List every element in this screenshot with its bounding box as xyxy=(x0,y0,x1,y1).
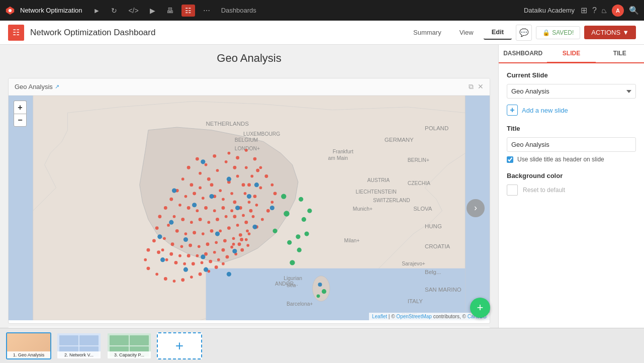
add-tile-button[interactable]: + xyxy=(470,298,490,318)
svg-text:Milan+: Milan+ xyxy=(344,238,360,243)
svg-point-55 xyxy=(233,201,236,204)
svg-point-49 xyxy=(175,189,179,193)
slide-thumb-network[interactable]: 2. Network V... xyxy=(56,332,102,359)
more-icon[interactable]: ⋯ xyxy=(200,5,213,17)
play-icon[interactable]: ▶ xyxy=(147,5,158,17)
svg-point-115 xyxy=(204,252,208,256)
dashboard-icon[interactable]: ☷ xyxy=(181,5,195,17)
svg-point-75 xyxy=(181,218,185,221)
svg-point-118 xyxy=(230,246,233,249)
svg-text:Barcelona+: Barcelona+ xyxy=(287,301,313,307)
nav-summary[interactable]: Summary xyxy=(405,26,449,39)
svg-point-1 xyxy=(9,9,12,12)
reset-default-label[interactable]: Reset to default xyxy=(523,187,565,194)
svg-point-38 xyxy=(225,160,228,163)
comment-button[interactable]: 💬 xyxy=(516,25,532,41)
svg-point-112 xyxy=(178,254,181,257)
add-slide-label[interactable]: Add a new slide xyxy=(522,107,568,114)
tile-delete-icon[interactable]: ✕ xyxy=(478,82,484,91)
osm-link[interactable]: OpenStreetMap xyxy=(396,314,432,319)
svg-point-162 xyxy=(192,203,197,207)
nav-view[interactable]: View xyxy=(451,26,482,39)
svg-point-91 xyxy=(210,229,214,233)
svg-point-69 xyxy=(239,206,242,210)
saved-button[interactable]: 🔒 SAVED! xyxy=(536,26,580,39)
svg-point-151 xyxy=(155,273,158,276)
svg-point-42 xyxy=(199,187,202,190)
analytics-icon[interactable]: ⏢ xyxy=(602,6,607,15)
actions-button[interactable]: ACTIONS ▼ xyxy=(584,26,636,39)
svg-point-103 xyxy=(206,242,210,246)
slide-thumb-geo[interactable]: 1. Geo Analysis xyxy=(6,332,51,359)
network-cell-2 xyxy=(79,335,99,345)
svg-point-182 xyxy=(272,229,277,233)
code-icon[interactable]: </> xyxy=(125,5,141,17)
share-icon[interactable]: ► xyxy=(90,5,104,17)
search-icon[interactable]: 🔍 xyxy=(629,6,639,15)
secondary-header: ☷ Network Optimization Dashboard Summary… xyxy=(0,21,644,45)
svg-point-170 xyxy=(232,249,237,253)
slide-title: Geo Analysis xyxy=(0,45,498,72)
tab-tile[interactable]: TILE xyxy=(596,45,644,63)
svg-point-159 xyxy=(222,262,225,265)
svg-text:Munich+: Munich+ xyxy=(353,206,373,212)
svg-point-70 xyxy=(248,201,251,204)
help-icon[interactable]: ? xyxy=(592,6,597,15)
svg-point-127 xyxy=(209,260,212,263)
apps-icon[interactable]: ⊞ xyxy=(581,6,587,15)
tile-copy-icon[interactable]: ⧉ xyxy=(469,82,474,91)
svg-point-160 xyxy=(201,159,205,164)
avatar[interactable]: A xyxy=(612,5,624,17)
use-title-checkbox[interactable] xyxy=(507,156,513,163)
svg-point-57 xyxy=(247,183,251,187)
leaflet-link[interactable]: Leaflet xyxy=(372,314,387,319)
svg-point-183 xyxy=(296,234,300,239)
refresh-icon[interactable]: ↻ xyxy=(108,5,120,17)
slide-select-wrapper: Geo Analysis xyxy=(507,84,636,99)
slide-title-input[interactable] xyxy=(507,137,636,152)
svg-point-139 xyxy=(270,184,273,187)
tab-dashboard[interactable]: DASHBOARD xyxy=(499,45,547,63)
svg-point-117 xyxy=(221,248,225,252)
svg-text:LONDON+: LONDON+ xyxy=(235,146,260,151)
svg-text:Sea: Sea xyxy=(287,283,296,288)
svg-point-93 xyxy=(227,226,231,230)
dataiku-academy-label: Dataiku Academy xyxy=(524,7,575,14)
svg-point-147 xyxy=(232,243,235,246)
dashboards-label[interactable]: Dashboards xyxy=(218,5,259,16)
svg-point-41 xyxy=(190,183,193,187)
map-svg: GERMANY BERLIN+ POLAND CZECHIA NETHERLAN… xyxy=(9,96,490,320)
slide-thumb-capacity[interactable]: 3. Capacity P... xyxy=(107,332,152,359)
next-slide-arrow[interactable]: › xyxy=(467,199,485,217)
svg-point-146 xyxy=(240,238,243,241)
svg-point-133 xyxy=(228,152,231,155)
svg-point-79 xyxy=(216,218,219,221)
svg-point-135 xyxy=(245,149,248,152)
svg-point-120 xyxy=(245,238,248,241)
svg-point-81 xyxy=(233,215,236,218)
svg-point-180 xyxy=(318,283,322,287)
print-icon[interactable]: 🖶 xyxy=(163,5,176,17)
zoom-in-button[interactable]: + xyxy=(14,101,27,114)
slide-select[interactable]: Geo Analysis xyxy=(507,84,636,99)
tab-slide[interactable]: SLIDE xyxy=(547,45,595,63)
svg-point-84 xyxy=(255,204,258,207)
add-slide-button[interactable]: + xyxy=(507,105,518,116)
chevron-down-icon: ▼ xyxy=(622,29,629,36)
slide-thumb-network-label: 2. Network V... xyxy=(57,351,101,358)
add-slide-thumb[interactable]: + xyxy=(157,332,202,359)
svg-point-140 xyxy=(273,192,277,195)
svg-text:Sarajevo+: Sarajevo+ xyxy=(402,261,425,266)
svg-point-155 xyxy=(190,276,193,279)
svg-point-54 xyxy=(222,198,225,201)
lock-icon: 🔒 xyxy=(542,29,550,36)
zoom-out-button[interactable]: − xyxy=(14,114,27,127)
nav-edit[interactable]: Edit xyxy=(484,25,512,40)
svg-point-56 xyxy=(244,192,247,195)
svg-point-96 xyxy=(252,215,255,218)
tile-external-link[interactable]: ↗ xyxy=(55,83,59,90)
svg-point-134 xyxy=(236,156,239,159)
map-container[interactable]: GERMANY BERLIN+ POLAND CZECHIA NETHERLAN… xyxy=(9,96,490,320)
svg-text:am Main: am Main xyxy=(328,155,348,161)
bg-color-swatch[interactable] xyxy=(507,185,518,196)
